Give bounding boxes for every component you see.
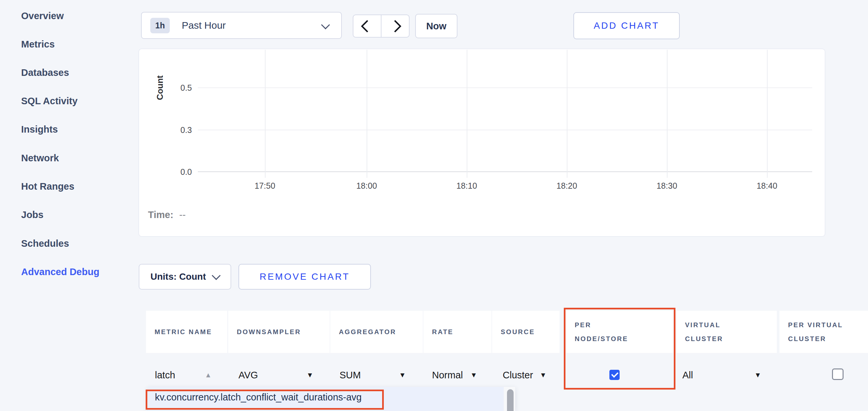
chevron-down-icon — [321, 21, 330, 29]
rate-select[interactable]: Normal — [432, 368, 463, 383]
x-tick-label: 17:50 — [245, 181, 285, 191]
per-node-store-checkbox[interactable] — [609, 370, 620, 380]
column-header-label: DOWNSAMPLER — [237, 325, 301, 339]
column-header-source: SOURCE — [492, 311, 559, 353]
column-header-metric-name: METRIC NAME — [146, 311, 227, 353]
column-header-label: AGGREGATOR — [339, 325, 396, 339]
sidebar-item-hot-ranges[interactable]: Hot Ranges — [21, 179, 74, 194]
sidebar-item-insights[interactable]: Insights — [21, 122, 58, 137]
y-tick-label: 0.5 — [159, 82, 192, 93]
check-icon — [611, 370, 619, 378]
sidebar-item-advanced-debug[interactable]: Advanced Debug — [21, 265, 99, 279]
chevron-left-icon — [361, 20, 373, 32]
gridline-y-00 — [198, 171, 812, 172]
virtual-cluster-select[interactable]: All — [682, 368, 693, 383]
gridline-x-1750 — [265, 50, 266, 178]
units-select[interactable]: Units: Count — [139, 264, 231, 289]
chevron-down-icon — [212, 271, 221, 280]
y-tick-label: 0.3 — [159, 124, 192, 136]
chevron-right-icon — [389, 20, 401, 32]
x-tick-label: 18:10 — [447, 181, 487, 191]
units-select-label: Units: Count — [151, 271, 206, 282]
column-header-virtual-cluster: VIRTUAL CLUSTER — [676, 311, 777, 353]
next-time-button[interactable] — [381, 15, 409, 37]
x-tick-label: 18:20 — [547, 181, 587, 191]
sidebar-item-network[interactable]: Network — [21, 151, 59, 165]
remove-chart-label: REMOVE CHART — [259, 271, 350, 282]
column-header-label: SOURCE — [501, 325, 535, 339]
remove-chart-button[interactable]: REMOVE CHART — [239, 264, 371, 289]
y-tick-label: 0.0 — [159, 166, 192, 177]
scrollbar-thumb[interactable] — [507, 389, 514, 411]
x-tick-label: 18:40 — [747, 181, 787, 191]
column-header-label: PER VIRTUAL CLUSTER — [788, 318, 865, 346]
column-header-label: RATE — [432, 325, 454, 339]
gridline-x-1820 — [567, 50, 567, 178]
add-chart-label: ADD CHART — [594, 21, 659, 31]
triangle-down-icon[interactable]: ▼ — [470, 371, 477, 378]
gridline-x-1810 — [467, 50, 467, 178]
time-window-label: Past Hour — [182, 20, 225, 31]
chart-panel: Count 0.5 0.3 0.0 17:50 18:00 18:10 18:2… — [138, 48, 826, 237]
prev-time-button[interactable] — [353, 15, 381, 37]
metric-name-input[interactable]: latch — [155, 368, 175, 383]
column-header-downsampler: DOWNSAMPLER — [228, 311, 330, 353]
triangle-down-icon[interactable]: ▼ — [540, 371, 547, 378]
gridline-y-03 — [198, 130, 812, 130]
sidebar-item-databases[interactable]: Databases — [21, 65, 69, 80]
triangle-down-icon[interactable]: ▼ — [754, 371, 761, 378]
gridline-y-05 — [198, 88, 812, 88]
gridline-x-1800 — [367, 50, 367, 178]
gridline-x-1840 — [767, 50, 768, 178]
column-header-label: PER NODE/STORE — [575, 318, 647, 346]
time-pager — [353, 14, 409, 38]
time-window-badge: 1h — [150, 18, 170, 33]
column-header-rate: RATE — [424, 311, 492, 353]
column-header-aggregator: AGGREGATOR — [330, 311, 423, 353]
x-tick-label: 18:30 — [647, 181, 687, 191]
triangle-up-icon[interactable]: ▲ — [205, 371, 212, 378]
per-virtual-cluster-checkbox[interactable] — [832, 369, 843, 380]
sidebar-item-overview[interactable]: Overview — [21, 8, 64, 23]
now-button-label: Now — [426, 21, 446, 32]
add-chart-button[interactable]: ADD CHART — [574, 12, 680, 39]
metric-autocomplete-dropdown: kv.concurrency.latch_conflict_wait_durat… — [148, 387, 515, 411]
time-readout-label: Time: — [148, 209, 174, 220]
sidebar-item-schedules[interactable]: Schedules — [21, 236, 69, 251]
sidebar-item-sql-activity[interactable]: SQL Activity — [21, 94, 78, 108]
time-range-selector[interactable]: 1h Past Hour — [141, 12, 342, 39]
hover-time-readout: Time: -- — [148, 209, 186, 220]
column-header-label: METRIC NAME — [155, 325, 212, 339]
gridline-x-1830 — [667, 50, 668, 178]
sidebar-item-jobs[interactable]: Jobs — [21, 207, 43, 222]
triangle-down-icon[interactable]: ▼ — [399, 371, 406, 378]
source-select[interactable]: Cluster — [503, 368, 533, 383]
downsampler-select[interactable]: AVG — [239, 368, 258, 383]
time-readout-value: -- — [179, 209, 186, 220]
column-header-per-virtual-cluster: PER VIRTUAL CLUSTER — [779, 311, 868, 353]
aggregator-select[interactable]: SUM — [340, 368, 361, 383]
column-header-per-node-store: PER NODE/STORE — [566, 311, 673, 353]
now-button[interactable]: Now — [415, 14, 458, 38]
column-header-label: VIRTUAL CLUSTER — [685, 318, 744, 346]
x-tick-label: 18:00 — [347, 181, 386, 191]
advanced-debug-custom-chart-page: Overview Metrics Databases SQL Activity … — [0, 0, 868, 411]
triangle-down-icon[interactable]: ▼ — [307, 371, 313, 378]
autocomplete-option[interactable]: kv.concurrency.latch_conflict_wait_durat… — [155, 392, 362, 403]
sidebar-item-metrics[interactable]: Metrics — [21, 37, 55, 52]
